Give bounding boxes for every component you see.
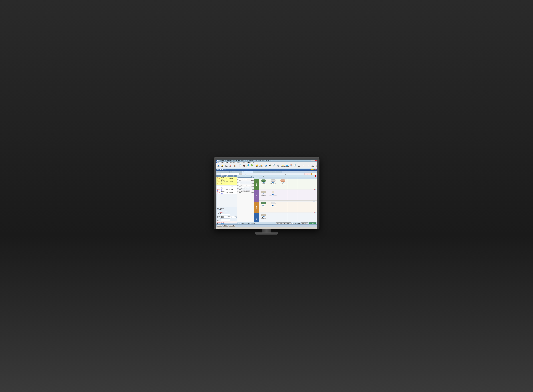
table-row[interactable]: Not CheckedCycle 1579982DS: 1 Max: 5 non… [216,186,237,188]
tab-today-delivery[interactable]: Today's Delivery Pending [261,171,274,173]
table-row[interactable]: Not CheckedCycle 1579975DS: 7 Max: 5 non… [216,180,237,183]
label-edit-bar: 🏷 Label Edit Fill Options ▼ [216,224,317,227]
day-header-thu: Thu 07/01 [307,177,317,179]
fill-quickview-button[interactable]: 📊 FillQuickview [246,164,250,168]
reminder-button[interactable]: 🔔 Reminder [281,164,285,167]
menu-utilities[interactable]: Utilities [241,162,246,163]
refill-denied-status[interactable]: ◆ Refill Denied [220,223,226,224]
table-row[interactable]: Not CheckedCycle 1579967DS: 21 Max: 5 no… [216,177,237,180]
menu-definitions[interactable]: Definitions [229,162,235,163]
close-button[interactable]: ✕ [315,160,317,161]
table-row[interactable]: Not CheckedCycle 1579985DS: 7 Max: 5 non… [216,188,237,191]
list-item[interactable]: CADUET 5-20 MG TABLET Take 1 tablet by m… [237,181,254,184]
help-link[interactable]: ? [316,162,317,163]
list-item[interactable]: DAPSONE 100 mg TABLET Take 1 tablet by m… [237,187,254,190]
ltc-button[interactable]: 📋 LTC [233,164,237,167]
tab-pv1-fill[interactable]: 📋 PV1: Rx Verification [229,171,242,173]
start-dt-input[interactable] [220,216,227,217]
pill-card-12pm-tue: 1.00 100 191 ⟷ JACOBIPSwhite round [269,191,278,196]
left-panel: Status Patient No. Last, First Pack ID R… [216,175,237,224]
drug-checkbox-4[interactable] [237,188,238,189]
apply-all-packs-checkbox[interactable] [292,223,294,224]
facility-button[interactable]: 🏥 Facility [224,164,228,167]
drug-button[interactable]: 💊 Drug [228,164,232,167]
pill-card-5pm-wed: 2.00 A:086 ?green rectangular [259,202,268,207]
tab-stat-pending[interactable]: Stat Pending [253,171,261,173]
clock-button[interactable]: 🕐 ClockIn/Out [293,164,297,168]
fill-entry-button[interactable]: 📥 Fill [242,164,246,167]
list-item[interactable]: ABILIFY 2 MG TABLET Take 1 tablet by mou… [237,178,254,181]
end-dt-input[interactable] [228,216,234,217]
check-input-3[interactable] [232,217,237,218]
rphs-button[interactable]: ✅ RPhsVerification [250,164,254,168]
search-input[interactable] [221,173,239,175]
tab-rx-exp[interactable]: Rx Exp. [245,223,250,224]
table-row[interactable]: Not CheckedCycle 1579989DS: 15 Max: 7 no… [216,191,237,194]
drug-checkbox-3[interactable] [237,185,238,186]
translator-button[interactable]: 🌐 Translator [285,164,289,167]
close-toolbar-button[interactable]: ✕ Close [315,165,317,167]
nav-back2-button[interactable]: ◀ [305,165,307,167]
tab-rx-pending[interactable]: Rx Pending [274,171,281,173]
doctor-button[interactable]: 👨‍⚕️ Doctor [220,164,224,167]
minimize-button[interactable]: ─ [311,160,313,161]
rphs-close-btn[interactable]: ✕ [314,169,316,170]
search-go-button[interactable]: Go [239,173,242,175]
cal-cell-9pm-thu [307,213,317,222]
table-row[interactable]: Not CheckedCycle 1579981DS: 7 Max: 5 non… [216,183,237,186]
pack-detail-close-btn[interactable]: ✕ [315,175,316,177]
menu-reports[interactable]: Reports [236,162,241,163]
drug-checkbox-1[interactable] [237,179,238,180]
list-item[interactable]: BACLOFEN 10 MG TABLET Take 1 tablet by m… [237,184,254,187]
check-label: Check: [217,217,220,218]
view-entire-fill-button[interactable]: View Entire Fill [283,223,291,224]
label-button[interactable]: 🏷 Label [217,225,223,227]
note2-input[interactable] [220,220,230,221]
drug-checkbox-2[interactable] [237,182,238,183]
restore-button[interactable]: □ [313,160,315,161]
price-calc-button[interactable]: 🧮 PriceCalc [289,164,293,168]
col-last-first: Last, First [226,175,229,177]
menu-help[interactable]: Help [252,162,256,163]
tab-pv2-fill[interactable]: 📋 PV2: Fill Verification [217,171,229,173]
patient-button[interactable]: 👤 Patient [216,164,220,167]
check-next-button[interactable]: Check & Next [300,223,308,224]
drug-checkbox-5[interactable] [237,191,238,191]
cal-cell-9pm-tue [268,213,278,222]
edit-fill-button[interactable]: Edit Fill [223,225,228,227]
pill-card-9pm-wed: 1.00 V ⟷ ?? 65off-white oval [259,214,268,219]
nav-fwd-button[interactable]: ▶ [307,165,309,167]
note-input[interactable] [220,214,230,215]
rphs-maximize-btn[interactable]: □ [313,169,314,170]
inbox-button[interactable]: 📬 Inbox [264,164,268,167]
help-button[interactable]: ❓ Help [297,164,301,167]
delivery-button[interactable]: 🚚 Delivery [259,164,263,167]
list-scroll-up[interactable]: ▲ [217,209,219,210]
menu-windows[interactable]: Windows [246,162,252,163]
drug-ed-button[interactable]: 📖 DrugEd [276,164,280,168]
rphs-minimize-btn[interactable]: ─ [311,169,313,170]
menu-setup[interactable]: Setup [224,162,229,163]
refill-button[interactable]: 🔄 RefillRequest [272,164,276,168]
bill-button[interactable]: 💰 Bill [255,164,259,167]
drug-qty-3: 14.000 [251,186,253,187]
fax-button[interactable]: 📠 FaxSent [268,164,272,168]
status-select[interactable]: Not Check Verified [220,218,230,220]
tab-paper[interactable]: Paper [238,223,241,224]
check-save-button[interactable]: Check/Save [309,223,316,224]
hold-status[interactable]: ⬛ Hold [217,223,220,224]
check-input[interactable] [220,217,227,218]
rx-quick-button[interactable]: 📝 Rx Quick [238,164,242,168]
refresh-button[interactable]: 🔃 Refresh [311,165,314,167]
list-item[interactable]: JANUMET 50-500 MG TABLET Take 1 tablet b… [237,190,254,193]
date-value: 05-30-2021 14:43:30 [220,211,228,212]
tab-all-fill[interactable]: 📋 All Fill Pending [242,171,253,173]
check-input-2[interactable] [227,217,232,218]
cal-cell-12pm-mon [278,190,288,201]
view-pack-button[interactable]: View Pack [276,223,283,224]
nav-back-button[interactable]: ◀◀ [302,165,305,167]
menu-home[interactable]: Home [220,162,224,163]
options-button[interactable]: Options ▼ [229,225,235,227]
list-scroll-down[interactable]: ▼ [219,209,222,210]
tab-hold[interactable]: Hold [242,223,245,224]
